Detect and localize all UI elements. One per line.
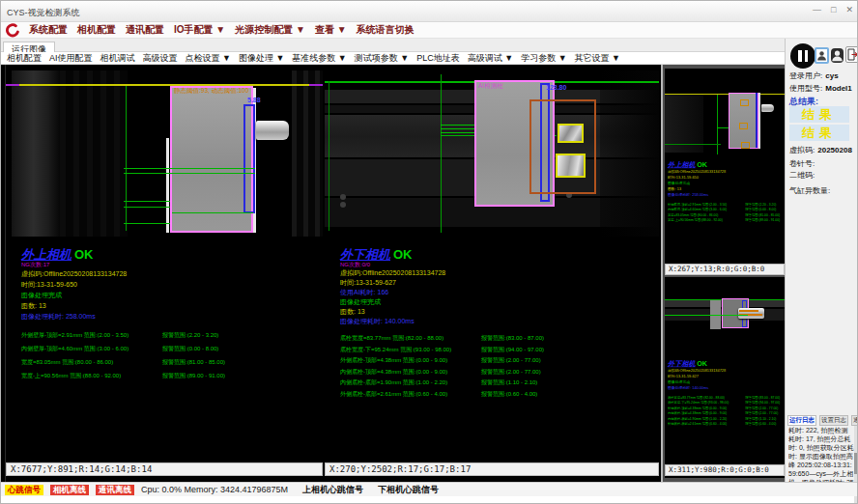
measure-line-green <box>124 201 170 202</box>
log-tab-settings[interactable]: 设置日志 <box>819 415 848 426</box>
menu-item-view[interactable]: 查看 ▼ <box>315 23 347 37</box>
roi-box-orange <box>529 99 596 194</box>
guide-line-green-v <box>441 74 442 233</box>
measure-box-blue <box>756 93 758 148</box>
tool-baseline-params[interactable]: 基准线参数 ▼ <box>292 52 346 65</box>
camera-image-left[interactable]: 静态阈值:93, 动态阈值:100 5.88 <box>6 70 323 237</box>
status-ok: OK <box>74 247 94 262</box>
measurement-row: 内侧底栓-底部=1.90mm 范围:(1.00 - 2.20)报警范围:(1.1… <box>340 378 640 389</box>
elapsed-line: 图像处理耗时: 140.00ms <box>340 317 640 326</box>
measurement-row: 内侧底栓-顶部=4.38mm 范围:(0.00 - 9.00)报警范围:(2.0… <box>340 367 640 378</box>
thumbnail-result-text: 外下相机OK 虚拟码:Offline20250208133134728 时间:1… <box>668 360 787 427</box>
menu-item-system-config[interactable]: 系统配置 <box>29 23 68 37</box>
winder-needle-row: 卷针号: <box>789 158 815 169</box>
machine-screw <box>340 194 346 200</box>
measurement-row: 底栓宽度-下=95.24mm 范围:(93.00 - 98.00)报警范围:(9… <box>340 345 640 356</box>
result-badge-lower: 结果 <box>789 125 849 141</box>
tool-test-params[interactable]: 测试项参数 ▼ <box>355 52 409 65</box>
thumbnail-image-top <box>665 69 785 157</box>
toolbar: 相机配置 AI使用配置 相机调试 高级设置 点检设置 ▼ 图像处理 ▼ 基准线参… <box>1 52 785 65</box>
exit-button[interactable] <box>845 46 858 63</box>
ng-count: NG次数:17 <box>21 262 321 268</box>
machine-band <box>292 70 323 237</box>
measure-value-label: 128.80 <box>546 84 566 91</box>
defect-box-orange <box>740 99 749 106</box>
main-workspace: 静态阈值:93, 动态阈值:100 5.88 外上相机OK NG次数:17 虚拟… <box>1 65 785 482</box>
pixel-coordinate-readout-left: X:7677;Y:891;R:14;G:14;B:14 <box>6 462 323 476</box>
log-tab-comm[interactable]: 通讯日志 <box>851 415 858 426</box>
log-tabs: 运行日志 设置日志 通讯日志 <box>787 415 858 426</box>
result-text-right: 外下相机OK NG次数:0/0 虚拟码:Offline2025020813313… <box>340 248 640 400</box>
menu-item-comm-config[interactable]: 通讯配置 <box>126 23 164 37</box>
camera-result-title: 外下相机OK <box>340 248 640 262</box>
measure-line-green <box>665 144 721 145</box>
menu-item-language-switch[interactable]: 系统语言切换 <box>357 23 415 37</box>
measure-line-green <box>124 168 255 169</box>
measure-line-green <box>124 223 170 224</box>
time-line: 时间:13-31-59-650 <box>21 279 321 290</box>
minimize-button[interactable]: — <box>813 5 821 14</box>
probe-pin <box>761 104 774 112</box>
camera-image-right[interactable]: AI检测框 128.80 <box>325 70 659 237</box>
tool-advanced-settings[interactable]: 高级设置 <box>143 52 178 65</box>
tabbar: 运行图像 <box>1 39 785 52</box>
measure-line-green <box>124 207 170 208</box>
baseline-yellow <box>665 94 785 95</box>
tool-advanced-debug[interactable]: 高级调试 ▼ <box>468 52 513 65</box>
thumbnail-view-top[interactable]: 外上相机OK 虚拟码:Offline20250208133134728 时间:1… <box>665 69 785 273</box>
login-user-row: 登录用户:cys <box>789 70 839 81</box>
frame-count-line: 图数: 13 <box>21 300 321 311</box>
camera-result-title: 外上相机OK <box>21 248 321 262</box>
user-icon <box>816 49 827 62</box>
menu-item-io-config[interactable]: IO手配置 ▼ <box>174 23 225 37</box>
defect-box-yellow <box>558 124 584 143</box>
measure-box-blue <box>243 104 255 213</box>
menu-item-camera-config[interactable]: 相机配置 <box>77 23 116 37</box>
baseline-purple-left <box>6 84 19 86</box>
machine-band <box>12 70 60 237</box>
tool-ai-use-config[interactable]: AI使用配置 <box>49 52 93 65</box>
process-done-line: 图像处理完成 <box>340 297 640 307</box>
probe-pin <box>256 121 289 140</box>
ai-box-label: AI检测框 <box>478 82 503 91</box>
maximize-button[interactable]: □ <box>831 5 836 14</box>
comm-offline-badge: 通讯离线 <box>96 485 134 495</box>
model-row: 使用型号:Model1 <box>789 83 852 94</box>
time-line: 时间:13-31-59-627 <box>340 278 640 288</box>
tool-camera-config[interactable]: 相机配置 <box>7 52 42 65</box>
login-user-button[interactable] <box>815 47 829 64</box>
measurement-row: 宽度=83.05mm 范围:(80.00 - 86.00)报警范围:(81.00… <box>21 355 321 369</box>
menu-item-light-config[interactable]: 光源控制配置 ▼ <box>235 23 305 37</box>
camera-offline-badge: 相机离线 <box>50 485 89 495</box>
barcode-row: 虚拟码:20250208 <box>789 145 852 155</box>
thumbnail-view-bottom[interactable]: 外下相机OK 虚拟码:Offline20250208133134728 时间:1… <box>665 277 785 478</box>
defect-box-orange <box>739 123 748 129</box>
result-text-left: 外上相机OK NG次数:17 虚拟码:Offline20250208133134… <box>21 248 321 382</box>
measurement-row: 内侧壁厚-顶部=4.60mm 范围:(3.00 - 6.00)报警范围:(0.0… <box>21 342 321 355</box>
statusbar: 心跳信号 相机离线 通讯离线 Cpu: 0.0% Memory: 3424.41… <box>1 482 858 496</box>
tool-image-processing[interactable]: 图像处理 ▼ <box>239 52 284 65</box>
measurement-row: 宽度-上=90.56mm 范围:(88.00 - 92.00)报警范围:(89.… <box>21 369 321 382</box>
guide-line-green-v <box>329 81 329 231</box>
measure-line-green <box>441 125 474 126</box>
tool-plc-address[interactable]: PLC地址表 <box>416 52 460 65</box>
log-tab-run[interactable]: 运行日志 <box>787 415 816 426</box>
status-ok: OK <box>393 247 413 262</box>
app-logo-icon <box>5 23 19 38</box>
pause-button[interactable] <box>790 43 815 69</box>
lower-camera-heartbeat: 下相机心跳信号 <box>378 484 439 496</box>
user-manage-button[interactable] <box>831 48 844 63</box>
measurement-list: 底栓宽度=83.77mm 范围:(82.00 - 88.00)报警范围:(83.… <box>340 333 640 400</box>
tool-camera-debug[interactable]: 相机调试 <box>100 52 135 65</box>
tool-other-settings[interactable]: 其它设置 ▼ <box>575 52 620 65</box>
edge-white <box>758 93 760 149</box>
machine-band <box>60 70 128 237</box>
close-button[interactable]: ✕ <box>845 5 853 14</box>
app-window: CYS-视觉检测系统 — □ ✕ 系统配置 相机配置 通讯配置 IO手配置 ▼ … <box>0 0 858 504</box>
upper-camera-heartbeat: 上相机心跳信号 <box>302 484 363 496</box>
tool-spot-check[interactable]: 点检设置 ▼ <box>186 52 231 65</box>
measure-line-green <box>441 132 474 133</box>
ai-elapsed-line: 使用AI耗时: 166 <box>340 288 640 297</box>
tool-learning-params[interactable]: 学习参数 ▼ <box>521 52 566 65</box>
heartbeat-badge: 心跳信号 <box>5 485 43 495</box>
